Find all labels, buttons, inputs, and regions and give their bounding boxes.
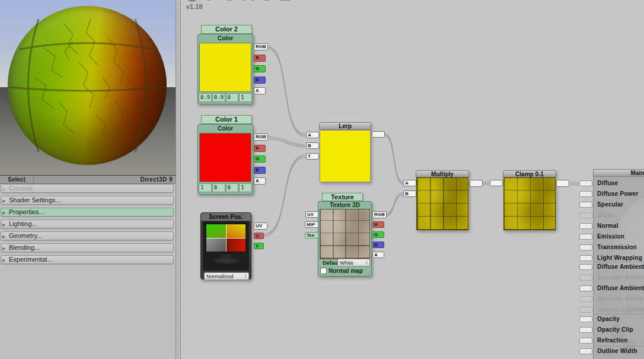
main-input-opacity-clip[interactable]: Opacity Clip <box>579 327 644 334</box>
color-value-cell[interactable]: 0.9 <box>212 93 225 102</box>
texture-output-b[interactable]: B <box>372 242 384 248</box>
sidebar-item-properties[interactable]: ▶ Properties... <box>1 208 174 217</box>
monitor-base-icon <box>213 258 239 263</box>
sidebar-item-label: Blending... <box>9 244 40 251</box>
lerp-output[interactable] <box>372 131 385 138</box>
node-multiply-title[interactable]: Multiply <box>416 170 469 177</box>
color2-output-rgb[interactable]: RGB <box>254 43 268 50</box>
texture-preview[interactable] <box>320 209 370 259</box>
disclosure-triangle-icon: ▶ <box>2 233 5 240</box>
main-input-diffuse-ambient-light[interactable]: Diffuse Ambient Li <box>579 264 644 271</box>
main-input-specular[interactable]: Specular <box>579 202 644 209</box>
main-input-specular-ambient-occlusion[interactable]: Specular Ambient <box>579 296 644 303</box>
color-value-cell[interactable]: 1 <box>199 183 212 192</box>
color2-output-r[interactable]: R <box>254 55 266 62</box>
disclosure-triangle-icon: ▶ <box>2 209 5 217</box>
vertical-scrollbar[interactable] <box>176 0 181 359</box>
node-color1-property-tab[interactable]: Color 1 <box>201 115 252 124</box>
node-clamp-title[interactable]: Clamp 0-1 <box>503 170 556 177</box>
texture-input-uv[interactable]: UV <box>305 211 318 218</box>
main-input-light-wrapping[interactable]: Light Wrapping <box>579 255 644 262</box>
node-screenpos[interactable]: Screen Pos. Normalized ↕ <box>200 212 251 279</box>
node-texture-type-label: Texture 2D <box>318 202 371 209</box>
node-color1-type-label: Color <box>198 125 253 132</box>
sidebar-item-label: Properties... <box>9 208 44 215</box>
clamp-output[interactable] <box>556 180 569 187</box>
sidebar-item-console[interactable]: ▶ Console... <box>1 184 174 193</box>
dropdown-arrow-icon: ↕ <box>365 260 368 265</box>
color-value-cell[interactable]: 0 <box>212 183 225 192</box>
screenpos-mode-dropdown[interactable]: Normalized ↕ <box>204 272 249 280</box>
texture-input-mip[interactable]: MIP <box>305 221 318 228</box>
texture-output-a[interactable]: A <box>372 252 384 258</box>
texture-default-dropdown[interactable]: White ↕ <box>337 259 370 266</box>
color2-output-g[interactable]: G <box>254 65 266 72</box>
main-input-diffuse-ambient-occlusion[interactable]: Diffuse Ambient O <box>579 285 644 293</box>
node-multiply[interactable] <box>416 177 468 230</box>
main-input-emission[interactable]: Emission <box>579 234 644 241</box>
node-main[interactable]: Main Diffuse Diffuse Power Specular Glos… <box>593 169 644 359</box>
node-lerp-title[interactable]: Lerp <box>319 122 371 130</box>
color2-output-a[interactable]: A <box>254 87 266 94</box>
sidebar-item-geometry[interactable]: ▶ Geometry... <box>1 231 174 240</box>
color1-output-a[interactable]: A <box>254 177 266 185</box>
screenpos-output-u[interactable]: U <box>254 233 264 239</box>
preview-viewport[interactable] <box>0 0 176 175</box>
main-input-custom-lighting[interactable]: Custom Lighting <box>579 307 644 314</box>
color-value-cell[interactable]: 0 <box>226 93 239 102</box>
node-lerp[interactable] <box>320 130 371 182</box>
texture-output-r[interactable]: R <box>372 221 384 228</box>
main-input-diffuse[interactable]: Diffuse <box>579 180 644 188</box>
node-color2-property-tab[interactable]: Color 2 <box>201 25 252 34</box>
multiply-input-b[interactable]: B <box>403 190 416 197</box>
multiply-input-a[interactable]: A <box>403 180 416 186</box>
main-input-transmission[interactable]: Transmission <box>579 244 644 252</box>
main-input-refraction[interactable]: Refraction <box>579 338 644 345</box>
disclosure-triangle-icon: ▶ <box>2 244 5 252</box>
lerp-input-t[interactable]: T <box>306 153 319 160</box>
color2-swatch[interactable] <box>199 43 251 92</box>
node-texture-property-tab[interactable]: Texture <box>322 193 363 201</box>
color1-values: 1 0 0 1 <box>199 183 252 192</box>
sidebar-item-label: Console... <box>9 185 39 192</box>
node-clamp[interactable] <box>503 177 556 230</box>
texture-output-g[interactable]: G <box>372 231 384 238</box>
color1-output-rgb[interactable]: RGB <box>254 134 268 141</box>
color1-output-r[interactable]: R <box>254 145 266 152</box>
color-value-cell[interactable]: 0 <box>226 183 239 192</box>
main-input-opacity[interactable]: Opacity <box>579 316 644 323</box>
sidebar-item-shader-settings[interactable]: ▶ Shader Settings... <box>1 196 174 205</box>
sidebar-item-lighting[interactable]: ▶ Lighting... <box>1 220 174 228</box>
dropdown-value: Normalized <box>206 274 234 279</box>
main-input-specular-ambient[interactable]: Specular Ambient <box>579 275 644 282</box>
main-input-gloss[interactable]: Gloss <box>579 212 644 220</box>
multiply-output[interactable] <box>470 180 483 187</box>
normal-map-checkbox[interactable] <box>320 268 327 274</box>
color-value-cell[interactable]: 0.9 <box>199 93 212 102</box>
graphics-api-label: Direct3D 9 <box>141 176 173 183</box>
main-input-normal[interactable]: Normal <box>579 223 644 230</box>
preview-sphere[interactable] <box>8 6 167 165</box>
color1-swatch[interactable] <box>199 133 251 182</box>
sidebar-item-blending[interactable]: ▶ Blending... <box>1 243 174 252</box>
disclosure-triangle-icon: ▶ <box>2 256 5 264</box>
sidebar-item-experimental[interactable]: ▶ Experimental... <box>1 255 174 264</box>
texture-output-rgb[interactable]: RGB <box>372 211 387 218</box>
logo-ring-icon <box>185 0 199 2</box>
color-value-cell[interactable]: 1 <box>239 183 252 192</box>
screenpos-output-uv[interactable]: UV <box>254 223 267 230</box>
color-value-cell[interactable]: 1 <box>239 93 252 102</box>
select-button[interactable]: Select <box>0 176 34 183</box>
texture-input-tex[interactable]: Tex <box>305 232 318 239</box>
lerp-input-a[interactable]: A <box>306 132 319 138</box>
lerp-input-b[interactable]: B <box>306 142 319 149</box>
main-input-diffuse-power[interactable]: Diffuse Power <box>579 191 644 198</box>
color1-output-b[interactable]: B <box>254 167 266 174</box>
color1-output-g[interactable]: G <box>254 155 266 163</box>
main-input-outline-width[interactable]: Outline Width <box>579 348 644 355</box>
clamp-input[interactable] <box>490 180 503 186</box>
disclosure-triangle-icon: ▶ <box>2 221 5 228</box>
color2-output-b[interactable]: B <box>254 77 266 84</box>
node-screenpos-title: Screen Pos. <box>201 213 251 221</box>
screenpos-output-v[interactable]: V <box>254 243 264 249</box>
